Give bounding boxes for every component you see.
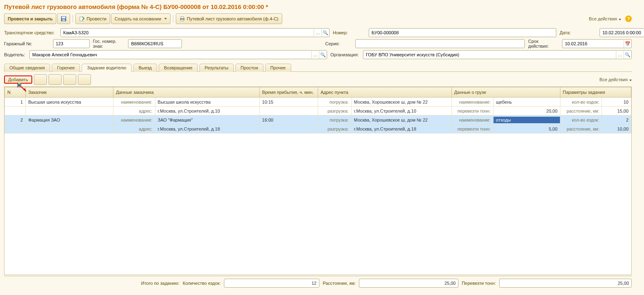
totals-trips-value: 12: [224, 279, 319, 288]
cell-customer-name[interactable]: Высшая школа искусства: [155, 98, 259, 106]
post-icon: [79, 16, 85, 22]
cell-dist[interactable]: 15,00: [602, 106, 631, 115]
cell-customer-name[interactable]: ЗАО "Фармация": [155, 115, 259, 124]
print-waybill-label: Путевой лист грузового автомобиля (ф.4-С…: [187, 16, 278, 21]
tab-results[interactable]: Результаты: [199, 64, 234, 72]
cell-tons[interactable]: 5,00: [494, 124, 560, 133]
table-row[interactable]: 2 Фармация ЗАО наименование: ЗАО "Фармац…: [5, 115, 631, 124]
number-input[interactable]: [369, 30, 556, 35]
post-and-close-button[interactable]: Провести и закрыть: [4, 13, 56, 24]
garage-label: Гаражный №:: [4, 41, 50, 46]
sublabel-unload: разгрузка:: [318, 106, 351, 115]
vehicle-input[interactable]: [61, 30, 314, 35]
validity-input[interactable]: [562, 41, 624, 46]
driver-field[interactable]: … 🔍: [29, 50, 327, 59]
series-field[interactable]: [355, 39, 525, 48]
save-button[interactable]: [57, 13, 70, 24]
sublabel-name: наименование:: [113, 98, 155, 106]
totals-bar: Итого по заданию: Количество ездок: 12 Р…: [4, 276, 632, 288]
series-input[interactable]: [356, 41, 524, 46]
cell-load[interactable]: Москва, Хорошевское ш, дом № 22: [351, 98, 451, 106]
col-cargo[interactable]: Данные о грузе: [451, 87, 560, 98]
cell-n: 1: [5, 98, 26, 106]
magnifier-icon[interactable]: 🔍: [319, 51, 327, 58]
sublabel-dist: расстояние, км:: [560, 106, 602, 115]
totals-label: Итого по заданию:: [4, 281, 179, 286]
table-row[interactable]: 1 Высшая школа искусства наименование: В…: [5, 98, 631, 106]
tab-return[interactable]: Возвращение: [159, 64, 198, 72]
cell-load[interactable]: Москва, Хорошевское ш, дом № 22: [351, 115, 451, 124]
col-address[interactable]: Адрес пункта: [318, 87, 451, 98]
cell-arrival[interactable]: 10:15: [259, 98, 318, 106]
tab-general[interactable]: Общие сведения: [4, 64, 50, 72]
copy-row-button[interactable]: [34, 74, 47, 85]
tab-downtime[interactable]: Простои: [235, 64, 263, 72]
totals-dist-label: Расстояние, км:: [323, 281, 356, 286]
tab-driver-task[interactable]: Задание водителю: [82, 64, 131, 72]
sublabel-tons: перевезти тонн:: [451, 106, 493, 115]
totals-tons-value: 25,00: [499, 279, 632, 288]
sublabel-name: наименование:: [113, 115, 155, 124]
table-row[interactable]: адрес: г.Москва, ул.Строителей, д.18 раз…: [5, 124, 631, 133]
col-n[interactable]: N: [5, 87, 26, 98]
cell-trips[interactable]: 10: [602, 98, 631, 106]
date-field[interactable]: 📅: [600, 28, 644, 37]
sublabel-cargo-name: наименование:: [451, 98, 493, 106]
cell-unload[interactable]: г.Москва, ул.Строителей, д.18: [351, 124, 451, 133]
calendar-icon[interactable]: 📅: [624, 40, 631, 47]
help-icon[interactable]: ?: [625, 16, 632, 22]
col-customer[interactable]: Заказчик: [26, 87, 113, 98]
cell-trips[interactable]: 2: [602, 115, 631, 124]
cell-arrival[interactable]: 16:00: [259, 115, 318, 124]
cell-customer[interactable]: Высшая школа искусства: [26, 98, 113, 106]
move-down-button[interactable]: [78, 74, 91, 85]
magnifier-icon[interactable]: 🔍: [321, 29, 329, 36]
cell-cargo-name[interactable]: щебень: [494, 98, 560, 106]
delete-row-button[interactable]: [49, 74, 62, 85]
cell-dist[interactable]: 10,00: [602, 124, 631, 133]
cell-customer-addr[interactable]: г.Москва, ул.Строителей, д.18: [155, 124, 259, 133]
date-input[interactable]: [600, 30, 644, 35]
ellipsis-icon[interactable]: …: [311, 51, 319, 58]
sublabel-unload: разгрузка:: [318, 124, 351, 133]
floppy-icon: [61, 16, 66, 22]
cell-customer[interactable]: Фармация ЗАО: [26, 115, 113, 124]
print-waybill-button[interactable]: Путевой лист грузового автомобиля (ф.4-С…: [176, 13, 282, 24]
col-arrival[interactable]: Время прибытия, ч. мин.: [259, 87, 318, 98]
validity-field[interactable]: 📅: [562, 39, 632, 48]
add-row-button[interactable]: Добавить: [4, 75, 32, 84]
driver-input[interactable]: [30, 52, 311, 57]
number-field[interactable]: [369, 28, 556, 37]
all-actions-button[interactable]: Все действия: [589, 16, 621, 21]
vehicle-field[interactable]: … 🔍: [60, 28, 330, 37]
create-based-on-button[interactable]: Создать на основании: [111, 13, 170, 24]
col-customer-data[interactable]: Данные заказчика: [113, 87, 259, 98]
magnifier-icon[interactable]: 🔍: [624, 51, 631, 58]
org-field[interactable]: … 🔍: [363, 50, 632, 59]
plate-field[interactable]: [128, 39, 182, 48]
move-up-button[interactable]: [63, 74, 76, 85]
cell-customer-addr[interactable]: г.Москва, ул.Строителей, д.10: [155, 106, 259, 115]
vehicle-label: Транспортное средство:: [4, 30, 57, 35]
table-row[interactable]: адрес: г.Москва, ул.Строителей, д.10 раз…: [5, 106, 631, 115]
sublabel-load: погрузка:: [318, 115, 351, 124]
tab-all-actions-button[interactable]: Все действия: [600, 77, 632, 82]
svg-rect-5: [181, 17, 184, 18]
totals-tons-label: Перевезти тонн:: [462, 281, 496, 286]
org-input[interactable]: [363, 52, 616, 57]
ellipsis-icon[interactable]: …: [616, 51, 624, 58]
post-button[interactable]: Провести: [75, 13, 110, 24]
plate-label: Гос. номер. знак:: [93, 39, 125, 49]
garage-field[interactable]: [53, 39, 90, 48]
ellipsis-icon[interactable]: …: [314, 29, 321, 36]
plate-input[interactable]: [128, 41, 190, 46]
cell-unload[interactable]: г.Москва, ул.Строителей, д.10: [351, 106, 451, 115]
tab-other[interactable]: Прочее: [265, 64, 291, 72]
cell-cargo-name-editing[interactable]: отходы: [494, 115, 560, 124]
sublabel-addr: адрес:: [113, 106, 155, 115]
cell-tons[interactable]: 20,00: [494, 106, 560, 115]
task-table: N Заказчик Данные заказчика Время прибыт…: [4, 87, 631, 133]
tab-fuel[interactable]: Горючее: [52, 64, 80, 72]
tab-departure[interactable]: Выезд: [133, 64, 157, 72]
col-params[interactable]: Параметры задания: [560, 87, 631, 98]
